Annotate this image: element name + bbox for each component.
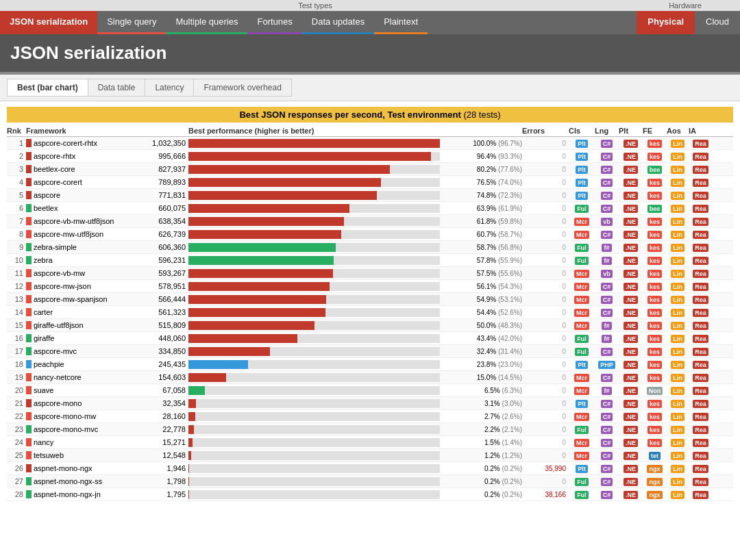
cell-cls: Mcr	[569, 216, 595, 226]
cell-rank: 5	[7, 191, 26, 199]
cell-rank: 27	[7, 477, 26, 485]
cell-framework: beetlex	[26, 204, 132, 212]
view-tabs-bar: Best (bar chart) Data table Latency Fram…	[0, 75, 740, 101]
cell-framework: aspcore-rhtx	[26, 152, 132, 160]
table-row: 14 carter 561,323 54.4% (52.6%) 0 Mcr C#…	[7, 306, 733, 319]
cell-lng: C#	[595, 398, 619, 408]
cell-rank: 15	[7, 321, 26, 329]
cell-rank: 1	[7, 139, 26, 147]
cell-errors: 0	[522, 413, 569, 420]
header-perf: Best performance (higher is better)	[188, 127, 522, 135]
cell-aos: Lin	[667, 359, 689, 369]
cell-bar: 63.9% (61.9%)	[188, 204, 522, 213]
cell-rank: 16	[7, 334, 26, 342]
cell-lng: vb	[595, 268, 619, 278]
cell-value: 245,435	[132, 360, 188, 368]
cell-bar: 60.7% (58.7%)	[188, 230, 522, 239]
cell-fe: kes	[643, 177, 667, 187]
cell-ia: Rea	[689, 190, 713, 200]
header-cls: Cls	[569, 127, 595, 135]
cell-lng: C#	[595, 294, 619, 304]
cell-fe: ngx	[643, 463, 667, 473]
table-row: 25 tetsuweb 12,548 1.2% (1.2%) 0 Mcr C# …	[7, 449, 733, 462]
tab-framework-overhead[interactable]: Framework overhead	[194, 79, 291, 97]
cell-plt: .NE	[619, 333, 643, 343]
cell-lng: C#	[595, 437, 619, 447]
tab-json-serialization[interactable]: JSON serialization	[0, 11, 97, 34]
cell-errors: 0	[522, 309, 569, 316]
tab-multiple-queries[interactable]: Multiple queries	[166, 11, 247, 34]
chart-title: Best JSON responses per second, Test env…	[7, 107, 733, 123]
cell-aos: Lin	[667, 489, 689, 499]
cell-ia: Rea	[689, 463, 713, 473]
tab-latency[interactable]: Latency	[145, 79, 194, 97]
cell-aos: Lin	[667, 203, 689, 213]
tab-cloud[interactable]: Cloud	[695, 11, 740, 34]
cell-framework: aspcore-corert	[26, 178, 132, 186]
cell-ia: Rea	[689, 216, 713, 226]
table-row: 1 aspcore-corert-rhtx 1,032,350 100.0% (…	[7, 137, 733, 150]
cell-aos: Lin	[667, 411, 689, 421]
cell-lng: f#	[595, 385, 619, 395]
cell-errors: 0	[522, 400, 569, 407]
cell-value: 515,809	[132, 321, 188, 329]
cell-ia: Rea	[689, 359, 713, 369]
cell-fe: kes	[643, 424, 667, 434]
cell-bar: 80.2% (77.6%)	[188, 165, 522, 174]
cell-fe: kes	[643, 294, 667, 304]
tab-data-table[interactable]: Data table	[88, 79, 146, 97]
tab-fortunes[interactable]: Fortunes	[247, 11, 301, 34]
cell-value: 28,160	[132, 412, 188, 420]
cell-framework: aspcore-mono-mw	[26, 412, 132, 420]
cell-value: 15,271	[132, 438, 188, 446]
cell-fe: kes	[643, 281, 667, 291]
cell-aos: Lin	[667, 437, 689, 447]
cell-aos: Lin	[667, 476, 689, 486]
nav-tabs-right: Physical Cloud	[637, 11, 740, 34]
cell-fe: kes	[643, 255, 667, 265]
cell-errors: 0	[522, 218, 569, 225]
cell-lng: C#	[595, 138, 619, 148]
cell-rank: 17	[7, 347, 26, 355]
cell-lng: f#	[595, 333, 619, 343]
cell-value: 660,075	[132, 204, 188, 212]
cell-aos: Lin	[667, 320, 689, 330]
cell-fe: kes	[643, 411, 667, 421]
table-row: 18 peachpie 245,435 23.8% (23.0%) 0 Plt …	[7, 358, 733, 371]
cell-value: 22,778	[132, 425, 188, 433]
cell-ia: Rea	[689, 385, 713, 395]
cell-rank: 8	[7, 230, 26, 238]
cell-value: 638,354	[132, 217, 188, 225]
tab-physical[interactable]: Physical	[637, 11, 695, 34]
cell-ia: Rea	[689, 411, 713, 421]
cell-fe: kes	[643, 268, 667, 278]
cell-plt: .NE	[619, 359, 643, 369]
header-plt: Plt	[619, 127, 643, 135]
cell-errors: 0	[522, 322, 569, 329]
cell-framework: aspcore-mono	[26, 399, 132, 407]
cell-cls: Mcr	[569, 281, 595, 291]
cell-value: 1,795	[132, 490, 188, 498]
cell-rank: 10	[7, 256, 26, 264]
cell-bar: 1.5% (1.4%)	[188, 438, 522, 447]
cell-value: 1,032,350	[132, 139, 188, 147]
cell-ia: Rea	[689, 151, 713, 161]
cell-errors: 0	[522, 361, 569, 368]
tab-data-updates[interactable]: Data updates	[302, 11, 374, 34]
cell-lng: C#	[595, 307, 619, 317]
cell-bar: 57.5% (55.6%)	[188, 269, 522, 278]
cell-framework: aspcore-vb-mw-utf8json	[26, 217, 132, 225]
cell-bar: 0.2% (0.2%)	[188, 477, 522, 486]
tab-plaintext[interactable]: Plaintext	[374, 11, 428, 34]
cell-lng: PHP	[595, 359, 619, 369]
cell-value: 561,323	[132, 308, 188, 316]
cell-errors: 0	[522, 192, 569, 199]
cell-fe: kes	[643, 333, 667, 343]
tab-best-bar-chart[interactable]: Best (bar chart)	[7, 79, 88, 97]
cell-framework: aspnet-mono-ngx-jn	[26, 490, 132, 498]
tab-single-query[interactable]: Single query	[97, 11, 166, 34]
table-row: 28 aspnet-mono-ngx-jn 1,795 0.2% (0.2%) …	[7, 488, 733, 501]
cell-aos: Lin	[667, 450, 689, 460]
cell-ia: Rea	[689, 489, 713, 499]
cell-framework: aspcore-mw-json	[26, 282, 132, 290]
